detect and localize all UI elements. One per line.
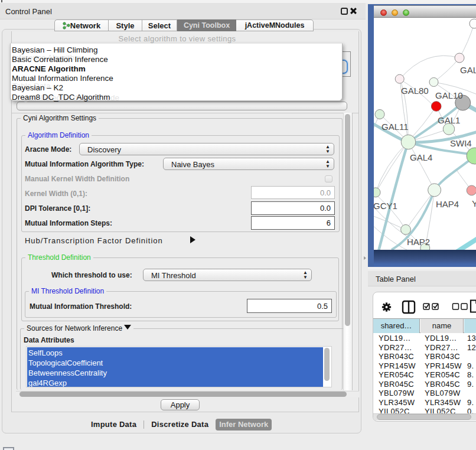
svg-text:GAL11: GAL11 (382, 122, 409, 132)
svg-text:HAP2: HAP2 (407, 237, 430, 247)
svg-text:GCY1: GCY1 (374, 201, 397, 211)
svg-text:SWI4: SWI4 (450, 138, 472, 148)
svg-text:GAL7: GAL7 (460, 65, 476, 75)
svg-text:HAP4: HAP4 (436, 199, 459, 209)
svg-text:Y: Y (472, 198, 476, 208)
svg-text:GAL80: GAL80 (401, 86, 429, 96)
svg-text:GAL10: GAL10 (435, 90, 463, 100)
svg-text:GAL4: GAL4 (410, 152, 432, 162)
svg-text:GAL1: GAL1 (438, 115, 460, 125)
